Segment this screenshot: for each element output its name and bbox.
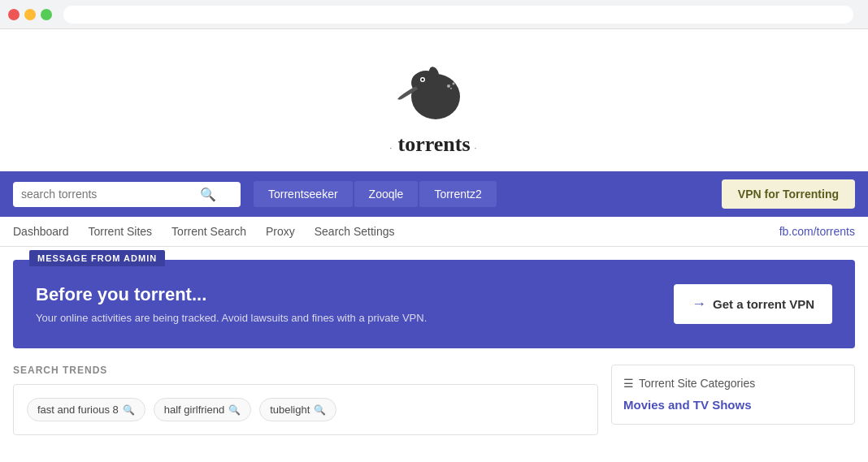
site-tab-torrentseeker[interactable]: Torrentseeker (254, 181, 353, 207)
facebook-link[interactable]: fb.com/torrents (779, 225, 855, 238)
category-box: ☰ Torrent Site Categories Movies and TV … (611, 365, 855, 425)
svg-point-6 (453, 83, 455, 85)
nav-links: Dashboard Torrent Sites Torrent Search P… (13, 225, 395, 238)
trend-label: half girlfriend (164, 404, 224, 416)
trend-label: fast and furious 8 (37, 404, 119, 416)
menu-icon: ☰ (623, 377, 634, 390)
nav-torrent-sites[interactable]: Torrent Sites (89, 225, 153, 238)
minimize-icon (24, 9, 36, 20)
trends-box: fast and furious 8 🔍 half girlfriend 🔍 t… (13, 384, 598, 435)
search-input-wrap: 🔍 (13, 182, 241, 207)
movies-tv-link[interactable]: Movies and TV Shows (623, 398, 752, 412)
maximize-icon (41, 9, 52, 20)
trends-left: SEARCH TRENDS fast and furious 8 🔍 half … (13, 365, 598, 435)
trends-title: SEARCH TRENDS (13, 365, 598, 376)
svg-point-4 (422, 79, 424, 81)
category-header: ☰ Torrent Site Categories (623, 377, 843, 390)
site-tabs: Torrentseeker Zooqle Torrentz2 (254, 181, 498, 207)
search-input[interactable] (21, 188, 200, 201)
vpn-cta-button[interactable]: → Get a torrent VPN (674, 284, 832, 324)
sidebar: ☰ Torrent Site Categories Movies and TV … (611, 365, 855, 435)
close-icon (8, 9, 20, 20)
trends-section: SEARCH TRENDS fast and furious 8 🔍 half … (13, 365, 855, 435)
logo-text: · torrents · (0, 132, 868, 157)
nav-proxy[interactable]: Proxy (266, 225, 295, 238)
nav-search-settings[interactable]: Search Settings (315, 225, 395, 238)
trend-item[interactable]: fast and furious 8 🔍 (27, 398, 145, 421)
vpn-cta-label: Get a torrent VPN (713, 297, 814, 311)
admin-heading: Before you torrent... (36, 284, 427, 305)
search-button[interactable]: 🔍 (200, 187, 216, 202)
search-icon: 🔍 (228, 404, 241, 416)
site-tab-zooqle[interactable]: Zooqle (354, 181, 419, 207)
admin-text: Before you torrent... Your online activi… (36, 284, 427, 324)
nav-torrent-search[interactable]: Torrent Search (171, 225, 246, 238)
trend-item[interactable]: half girlfriend 🔍 (154, 398, 251, 421)
search-bar: 🔍 Torrentseeker Zooqle Torrentz2 VPN for… (0, 171, 868, 217)
admin-body: Your online activities are being tracked… (36, 312, 427, 324)
arrow-icon: → (692, 296, 706, 313)
trend-item[interactable]: tubelight 🔍 (259, 398, 336, 421)
admin-badge: MESSAGE FROM ADMIN (29, 250, 165, 266)
search-icon: 🔍 (314, 404, 326, 416)
search-icon: 🔍 (123, 404, 135, 416)
admin-banner: MESSAGE FROM ADMIN Before you torrent...… (13, 260, 855, 348)
svg-point-5 (447, 84, 450, 88)
categories-label: Torrent Site Categories (639, 377, 755, 390)
site-tab-torrentz2[interactable]: Torrentz2 (419, 181, 496, 207)
vpn-button[interactable]: VPN for Torrenting (722, 179, 855, 209)
nav-bar: Dashboard Torrent Sites Torrent Search P… (0, 217, 868, 247)
logo-area: · torrents · (0, 29, 868, 171)
nav-dashboard[interactable]: Dashboard (13, 225, 69, 238)
browser-chrome (0, 0, 868, 29)
trend-label: tubelight (270, 404, 310, 416)
svg-point-7 (450, 88, 452, 89)
logo-icon (393, 52, 475, 129)
